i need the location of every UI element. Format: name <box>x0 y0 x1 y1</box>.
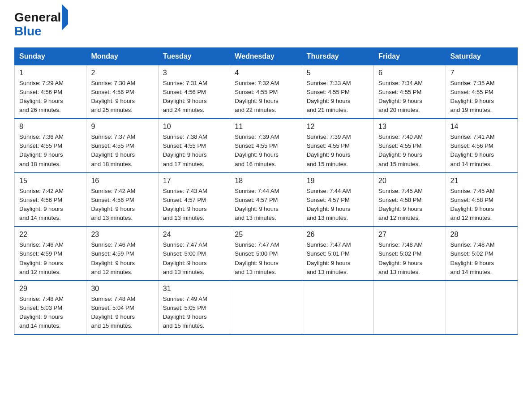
day-info: Sunrise: 7:39 AMSunset: 4:55 PMDaylight:… <box>307 133 369 169</box>
day-info: Sunrise: 7:45 AMSunset: 4:58 PMDaylight:… <box>450 187 513 223</box>
day-number: 10 <box>163 123 225 131</box>
empty-cell <box>446 281 517 335</box>
day-number: 19 <box>307 177 369 185</box>
day-cell-12: 12Sunrise: 7:39 AMSunset: 4:55 PMDayligh… <box>302 119 373 173</box>
day-number: 18 <box>235 177 297 185</box>
day-info: Sunrise: 7:48 AMSunset: 5:02 PMDaylight:… <box>450 240 513 277</box>
weekday-header-wednesday: Wednesday <box>230 47 302 65</box>
day-cell-19: 19Sunrise: 7:44 AMSunset: 4:57 PMDayligh… <box>302 173 373 227</box>
empty-cell <box>374 281 446 335</box>
day-cell-10: 10Sunrise: 7:38 AMSunset: 4:55 PMDayligh… <box>158 119 230 173</box>
day-info: Sunrise: 7:42 AMSunset: 4:56 PMDaylight:… <box>91 187 153 223</box>
day-cell-5: 5Sunrise: 7:33 AMSunset: 4:55 PMDaylight… <box>302 65 373 119</box>
day-number: 13 <box>378 123 441 131</box>
day-cell-29: 29Sunrise: 7:48 AMSunset: 5:03 PMDayligh… <box>15 281 86 335</box>
day-number: 8 <box>19 123 82 131</box>
day-info: Sunrise: 7:36 AMSunset: 4:55 PMDaylight:… <box>19 133 82 169</box>
day-info: Sunrise: 7:40 AMSunset: 4:55 PMDaylight:… <box>378 133 441 169</box>
day-info: Sunrise: 7:46 AMSunset: 4:59 PMDaylight:… <box>19 240 82 277</box>
weekday-header-thursday: Thursday <box>302 47 373 65</box>
day-cell-26: 26Sunrise: 7:47 AMSunset: 5:01 PMDayligh… <box>302 227 373 281</box>
day-cell-30: 30Sunrise: 7:48 AMSunset: 5:04 PMDayligh… <box>86 281 158 335</box>
logo-text: General <box>14 11 68 25</box>
day-info: Sunrise: 7:47 AMSunset: 5:00 PMDaylight:… <box>163 240 225 277</box>
day-number: 4 <box>235 69 297 77</box>
day-info: Sunrise: 7:32 AMSunset: 4:55 PMDaylight:… <box>235 79 297 115</box>
day-cell-14: 14Sunrise: 7:41 AMSunset: 4:56 PMDayligh… <box>446 119 517 173</box>
week-row-2: 8Sunrise: 7:36 AMSunset: 4:55 PMDaylight… <box>15 119 518 173</box>
day-info: Sunrise: 7:48 AMSunset: 5:04 PMDaylight:… <box>91 295 153 331</box>
weekday-header-row: SundayMondayTuesdayWednesdayThursdayFrid… <box>15 47 518 65</box>
day-info: Sunrise: 7:31 AMSunset: 4:56 PMDaylight:… <box>163 79 225 115</box>
weekday-header-tuesday: Tuesday <box>158 47 230 65</box>
day-cell-7: 7Sunrise: 7:35 AMSunset: 4:55 PMDaylight… <box>446 65 517 119</box>
day-cell-3: 3Sunrise: 7:31 AMSunset: 4:56 PMDaylight… <box>158 65 230 119</box>
day-cell-16: 16Sunrise: 7:42 AMSunset: 4:56 PMDayligh… <box>86 173 158 227</box>
day-info: Sunrise: 7:43 AMSunset: 4:57 PMDaylight:… <box>163 187 225 223</box>
day-info: Sunrise: 7:30 AMSunset: 4:56 PMDaylight:… <box>91 79 153 115</box>
day-info: Sunrise: 7:47 AMSunset: 5:01 PMDaylight:… <box>307 240 369 277</box>
day-cell-11: 11Sunrise: 7:39 AMSunset: 4:55 PMDayligh… <box>230 119 302 173</box>
day-cell-24: 24Sunrise: 7:47 AMSunset: 5:00 PMDayligh… <box>158 227 230 281</box>
day-number: 15 <box>19 177 82 185</box>
day-number: 28 <box>450 231 513 239</box>
day-number: 26 <box>307 231 369 239</box>
day-info: Sunrise: 7:33 AMSunset: 4:55 PMDaylight:… <box>307 79 369 115</box>
day-number: 20 <box>378 177 441 185</box>
day-number: 14 <box>450 123 513 131</box>
logo: General Blue <box>14 11 68 39</box>
day-number: 29 <box>19 285 82 293</box>
day-cell-15: 15Sunrise: 7:42 AMSunset: 4:56 PMDayligh… <box>15 173 86 227</box>
day-number: 9 <box>91 123 153 131</box>
week-row-3: 15Sunrise: 7:42 AMSunset: 4:56 PMDayligh… <box>15 173 518 227</box>
day-number: 6 <box>378 69 441 77</box>
day-number: 21 <box>450 177 513 185</box>
day-info: Sunrise: 7:38 AMSunset: 4:55 PMDaylight:… <box>163 133 225 169</box>
day-cell-9: 9Sunrise: 7:37 AMSunset: 4:55 PMDaylight… <box>86 119 158 173</box>
day-info: Sunrise: 7:37 AMSunset: 4:55 PMDaylight:… <box>91 133 153 169</box>
day-cell-20: 20Sunrise: 7:45 AMSunset: 4:58 PMDayligh… <box>374 173 446 227</box>
day-cell-4: 4Sunrise: 7:32 AMSunset: 4:55 PMDaylight… <box>230 65 302 119</box>
day-number: 3 <box>163 69 225 77</box>
day-cell-23: 23Sunrise: 7:46 AMSunset: 4:59 PMDayligh… <box>86 227 158 281</box>
day-info: Sunrise: 7:34 AMSunset: 4:55 PMDaylight:… <box>378 79 441 115</box>
day-info: Sunrise: 7:47 AMSunset: 5:00 PMDaylight:… <box>235 240 297 277</box>
day-cell-21: 21Sunrise: 7:45 AMSunset: 4:58 PMDayligh… <box>446 173 517 227</box>
week-row-1: 1Sunrise: 7:29 AMSunset: 4:56 PMDaylight… <box>15 65 518 119</box>
empty-cell <box>302 281 373 335</box>
day-number: 1 <box>19 69 82 77</box>
day-number: 5 <box>307 69 369 77</box>
day-info: Sunrise: 7:48 AMSunset: 5:03 PMDaylight:… <box>19 295 82 331</box>
day-info: Sunrise: 7:46 AMSunset: 4:59 PMDaylight:… <box>91 240 153 277</box>
day-number: 22 <box>19 231 82 239</box>
week-row-4: 22Sunrise: 7:46 AMSunset: 4:59 PMDayligh… <box>15 227 518 281</box>
day-number: 16 <box>91 177 153 185</box>
day-cell-31: 31Sunrise: 7:49 AMSunset: 5:05 PMDayligh… <box>158 281 230 335</box>
day-number: 7 <box>450 69 513 77</box>
day-number: 27 <box>378 231 441 239</box>
day-number: 31 <box>163 285 225 293</box>
day-cell-18: 18Sunrise: 7:44 AMSunset: 4:57 PMDayligh… <box>230 173 302 227</box>
day-number: 30 <box>91 285 153 293</box>
page-header: General Blue <box>14 11 518 39</box>
day-number: 24 <box>163 231 225 239</box>
day-info: Sunrise: 7:42 AMSunset: 4:56 PMDaylight:… <box>19 187 82 223</box>
day-info: Sunrise: 7:39 AMSunset: 4:55 PMDaylight:… <box>235 133 297 169</box>
day-number: 11 <box>235 123 297 131</box>
day-info: Sunrise: 7:29 AMSunset: 4:56 PMDaylight:… <box>19 79 82 115</box>
day-info: Sunrise: 7:44 AMSunset: 4:57 PMDaylight:… <box>235 187 297 223</box>
day-info: Sunrise: 7:44 AMSunset: 4:57 PMDaylight:… <box>307 187 369 223</box>
logo-blue: Blue <box>14 25 68 39</box>
day-cell-6: 6Sunrise: 7:34 AMSunset: 4:55 PMDaylight… <box>374 65 446 119</box>
day-cell-2: 2Sunrise: 7:30 AMSunset: 4:56 PMDaylight… <box>86 65 158 119</box>
calendar-table: SundayMondayTuesdayWednesdayThursdayFrid… <box>14 47 518 335</box>
day-cell-28: 28Sunrise: 7:48 AMSunset: 5:02 PMDayligh… <box>446 227 517 281</box>
day-cell-17: 17Sunrise: 7:43 AMSunset: 4:57 PMDayligh… <box>158 173 230 227</box>
day-cell-13: 13Sunrise: 7:40 AMSunset: 4:55 PMDayligh… <box>374 119 446 173</box>
day-cell-8: 8Sunrise: 7:36 AMSunset: 4:55 PMDaylight… <box>15 119 86 173</box>
day-number: 12 <box>307 123 369 131</box>
day-cell-1: 1Sunrise: 7:29 AMSunset: 4:56 PMDaylight… <box>15 65 86 119</box>
weekday-header-sunday: Sunday <box>15 47 86 65</box>
day-info: Sunrise: 7:35 AMSunset: 4:55 PMDaylight:… <box>450 79 513 115</box>
day-info: Sunrise: 7:48 AMSunset: 5:02 PMDaylight:… <box>378 240 441 277</box>
